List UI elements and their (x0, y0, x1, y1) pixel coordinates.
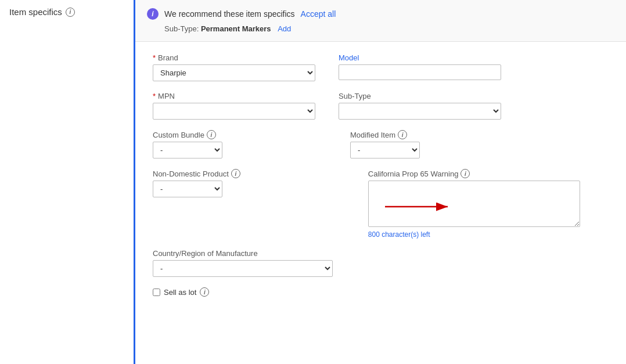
california-prop-info-icon[interactable]: i (460, 169, 470, 178)
custom-bundle-info-icon[interactable]: i (207, 130, 216, 139)
form-area: * Brand Sharpie Expo Crayola BIC Other M… (135, 42, 626, 302)
custom-bundle-label-text: Custom Bundle (153, 131, 204, 139)
modified-item-info-icon[interactable]: i (398, 130, 407, 139)
modified-item-label: Modified Item i (350, 130, 420, 139)
item-specifics-label: Item specifics (9, 7, 62, 17)
mpn-group: * MPN (153, 92, 315, 120)
country-label: Country/Region of Manufacture (153, 249, 333, 258)
recommendation-info-icon: i (147, 8, 159, 20)
sell-as-lot-info-icon[interactable]: i (200, 287, 209, 297)
non-domestic-group: Non-Domestic Product i - Yes No (153, 169, 240, 239)
brand-model-row: * Brand Sharpie Expo Crayola BIC Other M… (153, 53, 609, 81)
subtype-row: Sub-Type: Permanent Markers Add (147, 24, 614, 33)
subtype-select[interactable] (339, 103, 501, 120)
mpn-subtype-row: * MPN Sub-Type (153, 92, 609, 120)
accept-all-link[interactable]: Accept all (301, 9, 336, 19)
country-label-text: Country/Region of Manufacture (153, 249, 258, 258)
mpn-required-star: * (153, 92, 156, 100)
subtype-value: Permanent Markers (201, 24, 271, 33)
subtype-field-label: Sub-Type (339, 92, 501, 100)
model-group: Model (339, 53, 501, 81)
brand-group: * Brand Sharpie Expo Crayola BIC Other (153, 53, 315, 81)
modified-item-label-text: Modified Item (350, 131, 395, 139)
non-domestic-select[interactable]: - Yes No (153, 181, 222, 197)
recommendation-box: i We recommend these item specifics Acce… (135, 0, 626, 42)
brand-label: * Brand (153, 53, 315, 62)
mpn-label-text: MPN (158, 92, 175, 100)
sell-as-lot-row: Sell as lot i (153, 287, 609, 297)
brand-label-text: Brand (158, 53, 178, 62)
nondomestic-california-row: Non-Domestic Product i - Yes No (153, 169, 609, 239)
subtype-label: Sub-Type: (164, 24, 199, 33)
california-prop-group: California Prop 65 Warning i 800 charact… (368, 169, 580, 239)
sell-as-lot-label: Sell as lot (164, 288, 196, 297)
non-domestic-label: Non-Domestic Product i (153, 169, 240, 178)
custom-bundle-group: Custom Bundle i - Yes No (153, 130, 222, 158)
modified-item-group: Modified Item i - Yes No (350, 130, 420, 158)
non-domestic-info-icon[interactable]: i (231, 169, 240, 178)
section-title: Item specifics i (9, 7, 124, 17)
subtype-group: Sub-Type (339, 92, 501, 120)
country-row: Country/Region of Manufacture - United S… (153, 249, 609, 277)
custom-bundle-label: Custom Bundle i (153, 130, 222, 139)
custom-bundle-select[interactable]: - Yes No (153, 142, 222, 158)
subtype-field-label-text: Sub-Type (339, 92, 371, 100)
model-input[interactable] (339, 64, 501, 80)
mpn-label: * MPN (153, 92, 315, 100)
country-select[interactable]: - United States China Germany Japan (153, 260, 333, 277)
modified-item-select[interactable]: - Yes No (350, 142, 420, 158)
chars-left: 800 character(s) left (368, 230, 580, 239)
add-subtype-link[interactable]: Add (278, 24, 291, 33)
mpn-select[interactable] (153, 103, 315, 120)
right-panel: i We recommend these item specifics Acce… (134, 0, 626, 364)
california-prop-textarea[interactable] (368, 181, 580, 227)
item-specifics-info-icon[interactable]: i (66, 8, 75, 17)
country-group: Country/Region of Manufacture - United S… (153, 249, 333, 277)
custombundle-modifieditem-row: Custom Bundle i - Yes No Modified Item i (153, 130, 609, 158)
brand-select[interactable]: Sharpie Expo Crayola BIC Other (153, 64, 315, 81)
model-label-text: Model (339, 53, 359, 62)
model-label: Model (339, 53, 501, 62)
california-prop-label-text: California Prop 65 Warning (368, 170, 459, 178)
recommendation-row: i We recommend these item specifics Acce… (147, 8, 614, 20)
non-domestic-label-text: Non-Domestic Product (153, 170, 229, 178)
sell-as-lot-checkbox[interactable] (153, 289, 160, 296)
brand-required-star: * (153, 53, 156, 62)
recommendation-text: We recommend these item specifics (164, 9, 295, 19)
california-prop-label: California Prop 65 Warning i (368, 169, 580, 178)
